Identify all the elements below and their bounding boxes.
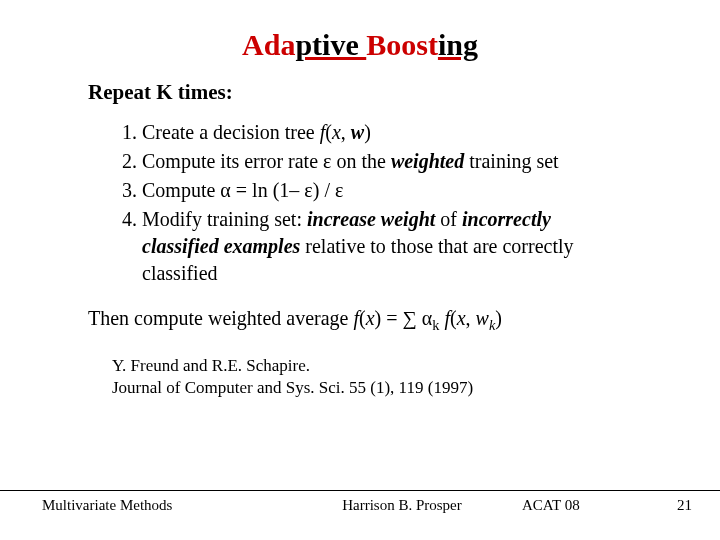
- step-4-of: of: [435, 208, 462, 230]
- then-alpha: α: [422, 307, 432, 329]
- step-1-w: w: [351, 121, 364, 143]
- repeat-heading: Repeat K times:: [88, 80, 672, 105]
- steps-list: Create a decision tree f(x, w) Compute i…: [88, 119, 632, 287]
- then-po: (: [359, 307, 366, 329]
- step-3-eps1: ε: [304, 179, 312, 201]
- step-2-mid: on the: [331, 150, 390, 172]
- step-3-eps2: ε: [335, 179, 343, 201]
- footer-left: Multivariate Methods: [0, 497, 282, 514]
- title-part1: Ada: [242, 28, 295, 61]
- footer-page-number: 21: [642, 497, 720, 514]
- step-3: Compute α = ln (1– ε) / ε: [142, 177, 632, 204]
- step-2-pre: Compute its error rate: [142, 150, 323, 172]
- title-part4: ing: [438, 28, 478, 61]
- then-pc2: ): [495, 307, 502, 329]
- step-3-mid: ) /: [313, 179, 335, 201]
- footer-center: Harrison B. Prosper: [282, 497, 522, 514]
- step-1-po: (: [325, 121, 332, 143]
- then-line: Then compute weighted average f(x) = ∑ α…: [88, 305, 632, 335]
- step-1-comma: ,: [341, 121, 351, 143]
- reference: Y. Freund and R.E. Schapire. Journal of …: [112, 355, 632, 398]
- title-part3: Boost: [366, 28, 438, 61]
- slide-title: Adaptive Boosting: [48, 28, 672, 62]
- step-2-post: training set: [464, 150, 558, 172]
- then-pre: Then compute weighted average: [88, 307, 353, 329]
- then-w: w: [476, 307, 489, 329]
- step-2-weighted: weighted: [391, 150, 464, 172]
- step-4-pre: Modify training set:: [142, 208, 307, 230]
- step-1-text: Create a decision tree: [142, 121, 320, 143]
- step-3-alpha: α: [220, 179, 230, 201]
- title-part2: ptive: [295, 28, 366, 61]
- then-x: x: [366, 307, 375, 329]
- step-4-increase: increase weight: [307, 208, 435, 230]
- step-4: Modify training set: increase weight of …: [142, 206, 632, 287]
- reference-line2: Journal of Computer and Sys. Sci. 55 (1)…: [112, 377, 632, 398]
- step-3-eq: = ln (1–: [231, 179, 305, 201]
- then-x2: x: [457, 307, 466, 329]
- step-2: Compute its error rate ε on the weighted…: [142, 148, 632, 175]
- then-eq: = ∑: [381, 307, 422, 329]
- then-comma: ,: [466, 307, 476, 329]
- step-1-pc: ): [364, 121, 371, 143]
- then-po2: (: [450, 307, 457, 329]
- reference-line1: Y. Freund and R.E. Schapire.: [112, 355, 632, 376]
- footer-event: ACAT 08: [522, 497, 642, 514]
- step-1: Create a decision tree f(x, w): [142, 119, 632, 146]
- footer: Multivariate Methods Harrison B. Prosper…: [0, 490, 720, 514]
- step-1-x: x: [332, 121, 341, 143]
- step-3-pre: Compute: [142, 179, 220, 201]
